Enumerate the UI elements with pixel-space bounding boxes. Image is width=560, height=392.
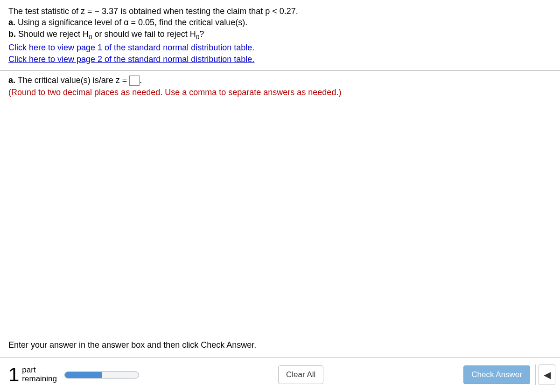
progress-fill	[65, 372, 102, 378]
link-page-2[interactable]: Click here to view page 2 of the standar…	[8, 54, 254, 65]
z-value: − 3.37	[95, 7, 119, 16]
parts-count: 1	[8, 365, 19, 385]
critical-value-input[interactable]	[129, 76, 140, 86]
clear-all-button[interactable]: Clear All	[278, 365, 323, 384]
parts-line2: remaining	[22, 375, 57, 384]
footer-bar: 1 part remaining Clear All Check Answer …	[0, 358, 560, 392]
intro-pre: The test statistic of z =	[8, 7, 95, 16]
enter-answer-hint: Enter your answer in the answer box and …	[8, 340, 256, 350]
progress-bar	[64, 371, 139, 378]
answer-prompt-pre: The critical value(s) is/are z =	[15, 76, 129, 85]
parts-remaining: 1 part remaining	[8, 365, 57, 385]
vertical-divider	[535, 364, 536, 385]
part-b-end: ?	[199, 29, 204, 39]
reference-links: Click here to view page 1 of the standar…	[8, 41, 552, 65]
answer-prompt-post: .	[140, 76, 142, 85]
part-b-label: b.	[8, 29, 16, 39]
parts-line1: part	[22, 366, 57, 375]
sub-0-first: 0	[89, 33, 92, 40]
link-page-1[interactable]: Click here to view page 1 of the standar…	[8, 42, 254, 53]
previous-button[interactable]: ◀	[539, 364, 555, 385]
part-a-label: a.	[8, 18, 15, 27]
answer-part-a-label: a.	[8, 76, 15, 85]
part-a-text: Using a significance level of α = 0.05, …	[15, 18, 247, 27]
part-b-mid: or should we fail to reject H	[92, 29, 196, 39]
rounding-hint: (Round to two decimal places as needed. …	[8, 88, 552, 97]
answer-prompt: a. The critical value(s) is/are z = .	[8, 76, 552, 86]
arrow-left-icon: ◀	[544, 369, 551, 380]
answer-area: a. The critical value(s) is/are z = . (R…	[0, 71, 560, 97]
question-intro: The test statistic of z = − 3.37 is obta…	[8, 6, 552, 17]
part-b-pre: Should we reject H	[16, 29, 89, 39]
intro-post: is obtained when testing the claim that …	[118, 7, 298, 16]
parts-text: part remaining	[22, 366, 57, 383]
question-part-a: a. Using a significance level of α = 0.0…	[8, 17, 552, 28]
question-part-b: b. Should we reject H0 or should we fail…	[8, 28, 552, 41]
question-area: The test statistic of z = − 3.37 is obta…	[0, 0, 560, 69]
check-answer-button[interactable]: Check Answer	[463, 365, 530, 384]
